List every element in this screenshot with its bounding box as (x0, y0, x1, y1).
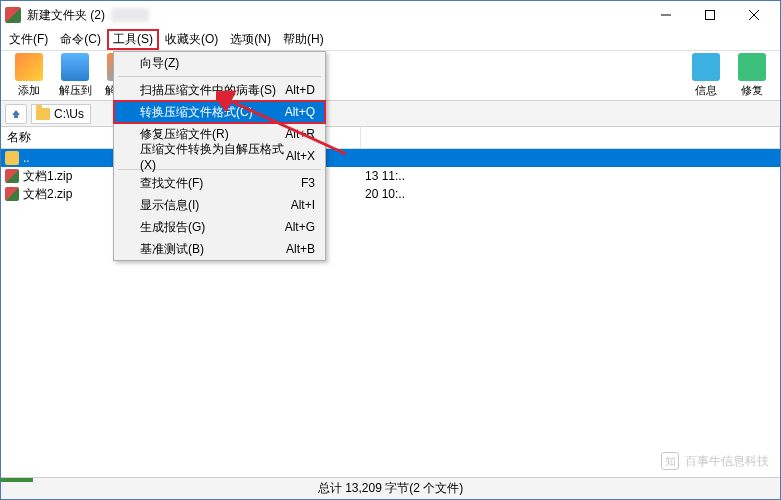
file-name: 文档2.zip (23, 186, 72, 203)
menu-item-1[interactable]: 命令(C) (54, 29, 107, 50)
dropdown-item-2[interactable]: 扫描压缩文件中的病毒(S)Alt+D (114, 79, 325, 101)
dropdown-item-7[interactable]: 查找文件(F)F3 (114, 172, 325, 194)
toolbar-icon (692, 53, 720, 81)
dropdown-label: 生成报告(G) (140, 219, 205, 236)
nav-up-button[interactable] (5, 104, 27, 124)
dropdown-item-8[interactable]: 显示信息(I)Alt+I (114, 194, 325, 216)
dropdown-shortcut: Alt+X (286, 149, 315, 163)
menu-item-0[interactable]: 文件(F) (3, 29, 54, 50)
dropdown-shortcut: Alt+G (285, 220, 315, 234)
dropdown-label: 基准测试(B) (140, 241, 204, 258)
file-date: 20 10:.. (361, 187, 780, 201)
toolbar-label: 解压到 (59, 83, 92, 98)
file-name: .. (23, 151, 30, 165)
file-icon (5, 169, 19, 183)
toolbar-button-8[interactable]: 修复 (730, 53, 774, 98)
svg-rect-1 (706, 11, 715, 20)
file-name: 文档1.zip (23, 168, 72, 185)
menu-item-3[interactable]: 收藏夹(O) (159, 29, 224, 50)
toolbar-icon (15, 53, 43, 81)
tools-dropdown: 向导(Z)扫描压缩文件中的病毒(S)Alt+D转换压缩文件格式(C)Alt+Q修… (113, 51, 326, 261)
dropdown-item-10[interactable]: 基准测试(B)Alt+B (114, 238, 325, 260)
menu-bar: 文件(F)命令(C)工具(S)收藏夹(O)选项(N)帮助(H) (1, 29, 780, 51)
dropdown-item-3[interactable]: 转换压缩文件格式(C)Alt+Q (114, 101, 325, 123)
toolbar-label: 修复 (741, 83, 763, 98)
path-box[interactable]: C:\Us (31, 104, 91, 124)
toolbar-label: 添加 (18, 83, 40, 98)
dropdown-shortcut: Alt+Q (285, 105, 315, 119)
toolbar-button-0[interactable]: 添加 (7, 53, 51, 98)
status-bar: 总计 13,209 字节(2 个文件) (1, 477, 780, 499)
dropdown-label: 转换压缩文件格式(C) (140, 104, 253, 121)
blurred-text (111, 8, 149, 22)
dropdown-item-5[interactable]: 压缩文件转换为自解压格式(X)Alt+X (114, 145, 325, 167)
dropdown-item-9[interactable]: 生成报告(G)Alt+G (114, 216, 325, 238)
dropdown-label: 扫描压缩文件中的病毒(S) (140, 82, 276, 99)
toolbar-icon (61, 53, 89, 81)
dropdown-shortcut: Alt+I (291, 198, 315, 212)
dropdown-shortcut: Alt+B (286, 242, 315, 256)
dropdown-label: 向导(Z) (140, 55, 179, 72)
file-date: 13 11:.. (361, 169, 780, 183)
dropdown-label: 压缩文件转换为自解压格式(X) (140, 141, 286, 172)
app-icon (5, 7, 21, 23)
dropdown-shortcut: Alt+D (285, 83, 315, 97)
dropdown-shortcut: F3 (301, 176, 315, 190)
toolbar-button-1[interactable]: 解压到 (53, 53, 97, 98)
file-icon (5, 187, 19, 201)
window-controls (644, 1, 776, 29)
window-title: 新建文件夹 (2) (27, 7, 105, 24)
maximize-button[interactable] (688, 1, 732, 29)
menu-item-5[interactable]: 帮助(H) (277, 29, 330, 50)
progress-indicator (1, 478, 33, 482)
status-text: 总计 13,209 字节(2 个文件) (318, 480, 463, 497)
dropdown-item-0[interactable]: 向导(Z) (114, 52, 325, 74)
menu-item-2[interactable]: 工具(S) (107, 29, 159, 50)
title-bar: 新建文件夹 (2) (1, 1, 780, 29)
column-date[interactable] (361, 127, 780, 148)
toolbar-button-7[interactable]: 信息 (684, 53, 728, 98)
dropdown-shortcut: Alt+R (285, 127, 315, 141)
path-text: C:\Us (54, 107, 84, 121)
up-folder-icon (5, 151, 19, 165)
menu-item-4[interactable]: 选项(N) (224, 29, 277, 50)
dropdown-label: 显示信息(I) (140, 197, 199, 214)
close-button[interactable] (732, 1, 776, 29)
toolbar-label: 信息 (695, 83, 717, 98)
toolbar-icon (738, 53, 766, 81)
folder-icon (36, 108, 50, 120)
minimize-button[interactable] (644, 1, 688, 29)
dropdown-label: 查找文件(F) (140, 175, 203, 192)
